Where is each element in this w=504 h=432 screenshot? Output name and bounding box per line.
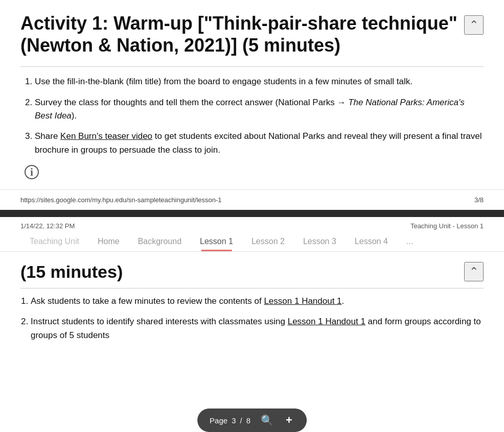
zoom-button[interactable]: 🔍 xyxy=(259,414,276,426)
toolbar-page-num: 3 xyxy=(232,416,236,425)
nav-item-lesson2[interactable]: Lesson 2 xyxy=(242,232,294,251)
handout1-link-1[interactable]: Lesson 1 Handout 1 xyxy=(264,296,341,306)
nav-item-background[interactable]: Background xyxy=(129,232,191,251)
toolbar-page-info: Page 3 / 8 xyxy=(210,416,250,425)
handout1-link-2[interactable]: Lesson 1 Handout 1 xyxy=(288,317,365,326)
page-title: Teaching Unit - Lesson 1 xyxy=(410,222,484,230)
document-top: Activity 1: Warm-up ["Think-pair-share t… xyxy=(0,0,504,179)
divider xyxy=(20,66,484,67)
nav-item-lesson1[interactable]: Lesson 1 xyxy=(191,232,242,251)
nav-item-teaching-unit[interactable]: Teaching Unit xyxy=(20,232,88,251)
nav-item-lesson4[interactable]: Lesson 4 xyxy=(346,232,397,251)
url-bar: https://sites.google.com/my.hpu.edu/sn-s… xyxy=(0,189,504,210)
list-item: Instruct students to identify shared int… xyxy=(31,315,484,342)
add-icon: + xyxy=(286,414,292,426)
collapse-button[interactable]: ⌃ xyxy=(464,15,484,35)
activity2-collapse-button[interactable]: ⌃ xyxy=(464,262,484,281)
page-url: https://sites.google.com/my.hpu.edu/sn-s… xyxy=(20,196,222,204)
nav-item-lesson3[interactable]: Lesson 3 xyxy=(294,232,346,251)
datetime: 1/14/22, 12:32 PM xyxy=(20,222,75,230)
document-bottom: 1/14/22, 12:32 PM Teaching Unit - Lesson… xyxy=(0,217,504,342)
activity2-title: (15 minutes) xyxy=(20,262,123,282)
divider2 xyxy=(20,288,484,289)
list-item: Use the fill-in-the-blank (film title) f… xyxy=(35,75,484,88)
bottom-toolbar: Page 3 / 8 🔍 + xyxy=(197,409,307,432)
page-number: 3/8 xyxy=(474,196,484,204)
add-button[interactable]: + xyxy=(284,414,294,427)
activity-header: Activity 1: Warm-up ["Think-pair-share t… xyxy=(20,12,484,56)
navigation-bar: Teaching Unit Home Background Lesson 1 L… xyxy=(0,232,504,252)
activity-title: Activity 1: Warm-up ["Think-pair-share t… xyxy=(20,12,460,56)
list-item: Share Ken Burn's teaser video to get stu… xyxy=(35,130,484,157)
list-item: Survey the class for thoughts and tell t… xyxy=(35,96,484,123)
list-item: Ask students to take a few minutes to re… xyxy=(31,295,484,308)
activity2-list: Ask students to take a few minutes to re… xyxy=(0,295,504,342)
nav-item-more[interactable]: ... xyxy=(397,232,422,251)
activity-list: Use the fill-in-the-blank (film title) f… xyxy=(20,75,484,179)
toolbar-total-pages: 8 xyxy=(246,416,250,425)
nav-item-home[interactable]: Home xyxy=(88,232,129,251)
toolbar-of-label: / xyxy=(240,416,242,425)
dark-separator xyxy=(0,210,504,217)
bottom-meta: 1/14/22, 12:32 PM Teaching Unit - Lesson… xyxy=(0,217,504,232)
toolbar-page-label: Page xyxy=(210,416,227,425)
zoom-icon: 🔍 xyxy=(261,415,273,426)
info-icon[interactable]: i xyxy=(25,165,39,179)
activity2-header: (15 minutes) ⌃ xyxy=(0,252,504,282)
teaser-video-link[interactable]: Ken Burn's teaser video xyxy=(60,131,152,141)
